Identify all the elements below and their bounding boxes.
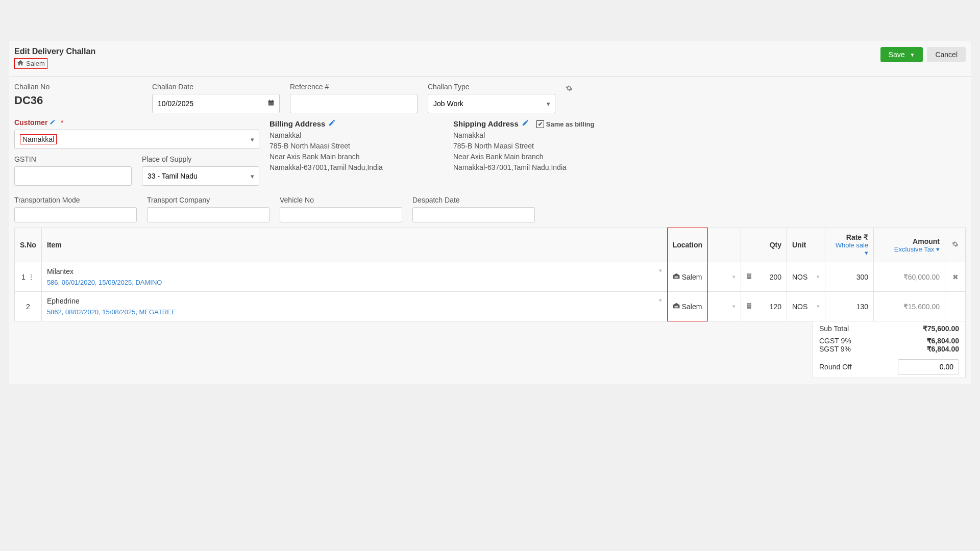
sgst-label: SGST 9%: [819, 345, 851, 353]
chevron-down-icon: ▾: [251, 136, 254, 143]
building-icon: [746, 273, 752, 281]
warehouse-icon: [673, 273, 680, 281]
chevron-down-icon[interactable]: ▾: [732, 303, 736, 310]
unit-cell[interactable]: NOS ▾: [792, 273, 820, 281]
roundoff-input[interactable]: [898, 359, 959, 374]
challan-no-value: DC36: [14, 94, 142, 107]
item-name[interactable]: Ephedrine: [47, 297, 659, 305]
row-sno: 2: [15, 292, 42, 321]
challan-date-input[interactable]: [152, 94, 280, 113]
svg-rect-5: [674, 277, 678, 278]
svg-rect-1: [268, 101, 274, 102]
shipping-address-heading: Shipping Address ✔ Same as billing: [453, 118, 627, 130]
th-rate: Rate ₹ Whole sale ▾: [825, 228, 874, 262]
calendar-icon[interactable]: [267, 99, 275, 108]
table-row: 1 ⋮ Milantex 586, 06/01/2020, 15/09/2025…: [15, 262, 966, 292]
billing-line3: Namakkal-637001,Tamil Nadu,India: [270, 162, 443, 173]
branch-name: Salem: [26, 60, 45, 67]
location-cell[interactable]: Salem: [673, 273, 702, 281]
transport-mode-label: Transportation Mode: [14, 196, 137, 204]
amount-value: ₹15,600.00: [874, 292, 945, 321]
chevron-down-icon[interactable]: ▾: [659, 267, 662, 286]
svg-rect-10: [750, 276, 751, 277]
shipping-line3: Namakkal-637001,Tamil Nadu,India: [453, 162, 627, 173]
despatch-date-input[interactable]: [412, 207, 535, 222]
edit-icon[interactable]: [522, 118, 529, 130]
location-cell[interactable]: Salem: [673, 303, 702, 311]
unit-cell[interactable]: NOS ▾: [792, 303, 820, 311]
shipping-line2: Near Axis Bank Main branch: [453, 152, 627, 162]
item-name[interactable]: Milantex: [47, 267, 659, 276]
gstin-input[interactable]: [14, 166, 132, 186]
th-unit: Unit: [787, 228, 825, 262]
customer-select[interactable]: Namakkal: [14, 130, 259, 149]
sgst-value: ₹6,804.00: [927, 345, 960, 353]
chevron-down-icon: ▼: [910, 52, 915, 58]
transport-company-input[interactable]: [147, 207, 270, 222]
gear-icon[interactable]: [566, 85, 573, 93]
customer-value: Namakkal: [20, 134, 57, 144]
edit-icon[interactable]: [328, 118, 336, 130]
vehicle-no-input[interactable]: [280, 207, 402, 222]
rate-type-dropdown[interactable]: Whole sale ▾: [830, 241, 868, 257]
challan-type-select[interactable]: Job Work: [428, 94, 555, 113]
chevron-down-icon: ▾: [547, 100, 550, 108]
th-location: Location: [667, 228, 707, 262]
rate-value[interactable]: 130: [825, 292, 874, 321]
challan-type-label: Challan Type: [428, 83, 555, 91]
tax-type-dropdown[interactable]: Exclusive Tax ▾: [879, 245, 940, 253]
svg-rect-13: [747, 303, 751, 309]
svg-rect-15: [750, 304, 751, 305]
challan-no-label: Challan No: [14, 83, 142, 91]
table-row: 2 Ephedrine 5862, 08/02/2020, 15/08/2025…: [15, 292, 966, 321]
building-icon: [746, 303, 752, 311]
gear-icon[interactable]: [952, 241, 959, 249]
item-meta[interactable]: 586, 06/01/2020, 15/09/2025, DAMINO: [47, 279, 659, 286]
svg-rect-3: [272, 100, 273, 102]
svg-rect-9: [748, 276, 749, 277]
place-of-supply-select[interactable]: [142, 166, 259, 186]
items-table: S.No Item Location Qty Unit Rate ₹ Whole…: [14, 228, 966, 321]
checkbox-icon: ✔: [536, 120, 544, 128]
branch-badge: Salem: [14, 58, 47, 69]
chevron-down-icon[interactable]: ▾: [732, 273, 736, 280]
th-amount: Amount Exclusive Tax ▾: [874, 228, 945, 262]
svg-rect-2: [270, 100, 270, 102]
reference-input[interactable]: [290, 94, 418, 113]
svg-rect-4: [674, 277, 678, 277]
close-icon[interactable]: ✖: [952, 273, 959, 281]
pencil-icon[interactable]: [50, 119, 58, 127]
cgst-value: ₹6,804.00: [927, 337, 960, 345]
transport-mode-input[interactable]: [14, 207, 137, 222]
qty-value[interactable]: 120: [770, 303, 781, 311]
totals-block: Sub Total ₹75,600.00 CGST 9% ₹6,804.00 S…: [14, 321, 966, 378]
row-sno: 1: [21, 273, 26, 281]
chevron-down-icon[interactable]: ▾: [659, 297, 662, 316]
item-meta[interactable]: 5862, 08/02/2020, 15/08/2025, MEGATREE: [47, 308, 659, 316]
home-icon: [17, 59, 24, 68]
kebab-icon[interactable]: ⋮: [28, 273, 35, 281]
rate-value[interactable]: 300: [825, 262, 874, 292]
reference-label: Reference #: [290, 83, 418, 91]
svg-rect-7: [748, 274, 749, 275]
th-sno: S.No: [15, 228, 42, 262]
place-of-supply-label: Place of Supply: [142, 155, 259, 163]
same-as-billing-check[interactable]: ✔ Same as billing: [536, 119, 595, 130]
cgst-label: CGST 9%: [819, 337, 851, 345]
svg-rect-16: [748, 305, 749, 306]
qty-value[interactable]: 200: [770, 273, 781, 281]
warehouse-icon: [673, 303, 680, 310]
save-button[interactable]: Save ▼: [880, 47, 923, 62]
billing-line2: Near Axis Bank Main branch: [270, 152, 443, 162]
svg-rect-14: [748, 304, 749, 305]
chevron-down-icon: ▾: [817, 303, 820, 310]
roundoff-label: Round Off: [819, 363, 852, 371]
despatch-date-label: Despatch Date: [412, 196, 535, 204]
gstin-label: GSTIN: [14, 155, 132, 163]
billing-address-heading: Billing Address: [270, 118, 443, 130]
billing-line1: 785-B North Maasi Street: [270, 141, 443, 152]
cancel-button[interactable]: Cancel: [927, 47, 966, 62]
chevron-down-icon: ▾: [817, 273, 820, 280]
customer-label: Customer *: [14, 118, 259, 127]
billing-name: Namakkal: [270, 130, 443, 141]
